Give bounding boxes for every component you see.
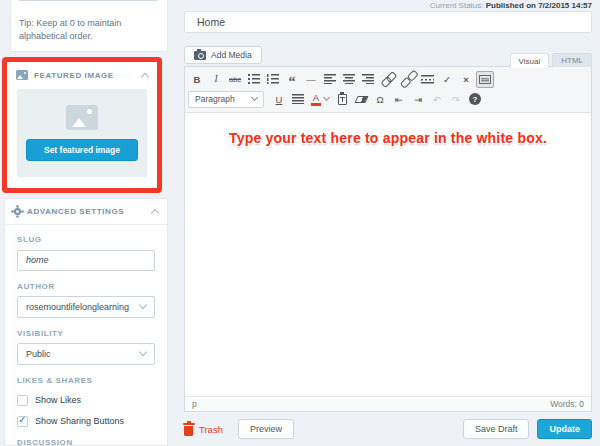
show-likes-label: Show Likes	[35, 395, 81, 405]
text-color-swatch	[311, 103, 321, 106]
image-icon	[16, 70, 28, 80]
discussion-label: DISCUSSION	[17, 438, 155, 446]
blockquote-button[interactable]: “	[283, 71, 301, 88]
chevron-up-icon[interactable]	[141, 72, 149, 80]
toolbar-row-1: B I abc “ — ✓ ×	[188, 69, 588, 89]
italic-button[interactable]: I	[207, 71, 225, 88]
align-right-button[interactable]	[359, 71, 377, 88]
author-label: AUTHOR	[17, 282, 155, 291]
advanced-settings-section-header[interactable]: ADVANCED SETTINGS	[5, 199, 167, 225]
toolbar-toggle-button[interactable]	[476, 71, 494, 88]
tab-visual[interactable]: Visual	[510, 53, 550, 68]
paragraph-format-select[interactable]: Paragraph	[188, 91, 264, 108]
fullscreen-button[interactable]: ×	[457, 71, 475, 88]
visibility-label: VISIBILITY	[17, 329, 155, 338]
action-bar: Trash Preview Save Draft Update	[184, 419, 592, 439]
annotation-highlight-box: FEATURED IMAGE Set featured image	[2, 57, 162, 193]
align-center-button[interactable]	[340, 71, 358, 88]
page-order-panel: Tip: Keep at 0 to maintain alphabetical …	[10, 0, 168, 52]
paste-as-text-icon	[338, 94, 347, 105]
page-title-input[interactable]	[184, 11, 592, 33]
redo-button[interactable]: ↷	[447, 91, 465, 108]
unlink-button[interactable]	[398, 71, 417, 88]
add-media-button[interactable]: Add Media	[184, 46, 262, 64]
horizontal-rule-button[interactable]: —	[302, 71, 320, 88]
insert-link-button[interactable]	[378, 71, 397, 88]
trash-label: Trash	[199, 424, 223, 435]
align-right-icon	[362, 74, 374, 85]
visibility-select[interactable]: Public	[17, 343, 155, 365]
outdent-button[interactable]: ⇤	[390, 91, 408, 108]
text-color-letter: A	[313, 93, 319, 103]
chevron-down-icon	[251, 94, 258, 101]
slug-input[interactable]	[17, 250, 155, 271]
more-tag-button[interactable]	[418, 71, 437, 88]
trash-button[interactable]: Trash	[184, 423, 223, 436]
add-media-label: Add Media	[211, 50, 252, 60]
page-order-input[interactable]	[18, 0, 159, 1]
editor-content-area[interactable]: Type your text here to appear in the whi…	[185, 113, 591, 396]
strikethrough-button[interactable]: abc	[226, 71, 244, 88]
show-sharing-checkbox[interactable]: ✓	[17, 416, 28, 427]
advanced-settings-panel: ADVANCED SETTINGS SLUG AUTHOR rosemountl…	[4, 198, 168, 446]
bullet-list-button[interactable]	[245, 71, 263, 88]
more-tag-icon	[421, 75, 434, 84]
text-color-button[interactable]: A	[308, 91, 332, 108]
paste-as-text-button[interactable]	[333, 91, 351, 108]
set-featured-image-button[interactable]: Set featured image	[26, 139, 138, 161]
align-left-button[interactable]	[321, 71, 339, 88]
toolbar-row-2: Paragraph U A Ω ⇤ ⇥ ↶ ↷ ?	[188, 89, 588, 109]
update-button[interactable]: Update	[537, 419, 592, 439]
undo-button[interactable]: ↶	[428, 91, 446, 108]
annotation-overlay-text: Type your text here to appear in the whi…	[185, 130, 591, 146]
kitchen-sink-icon	[479, 75, 491, 84]
visual-editor: B I abc “ — ✓ × Paragraph U	[184, 66, 592, 412]
check-icon: ✓	[18, 415, 26, 425]
bullet-list-icon	[248, 74, 260, 84]
clear-formatting-button[interactable]	[352, 91, 370, 108]
show-likes-checkbox[interactable]	[17, 395, 28, 406]
underline-button[interactable]: U	[270, 91, 288, 108]
author-select-value: rosemountlifelonglearning	[26, 302, 129, 312]
align-left-icon	[324, 74, 336, 85]
bold-button[interactable]: B	[188, 71, 206, 88]
word-count: Words: 0	[550, 399, 584, 409]
link-icon	[378, 70, 396, 88]
featured-image-title: FEATURED IMAGE	[34, 71, 114, 80]
show-sharing-label: Show Sharing Buttons	[35, 416, 124, 426]
align-justify-button[interactable]	[289, 91, 307, 108]
help-button[interactable]: ?	[466, 91, 484, 108]
trash-can-icon	[184, 426, 193, 436]
featured-image-section-header[interactable]: FEATURED IMAGE	[7, 62, 157, 88]
visibility-select-value: Public	[26, 349, 51, 359]
preview-button[interactable]: Preview	[238, 419, 294, 439]
likes-shares-label: LIKES & SHARES	[17, 376, 155, 385]
current-status-label: Current Status:	[430, 1, 484, 10]
align-center-icon	[343, 74, 355, 85]
editor-status-bar: p Words: 0	[185, 396, 591, 411]
align-justify-icon	[292, 94, 304, 105]
unlink-icon	[398, 70, 416, 88]
show-sharing-row[interactable]: ✓ Show Sharing Buttons	[17, 416, 155, 427]
gear-icon	[14, 208, 21, 215]
chevron-down-icon	[139, 348, 147, 356]
chevron-down-icon	[323, 94, 330, 101]
author-select[interactable]: rosemountlifelonglearning	[17, 296, 155, 318]
current-status-value: Published on 7/2/2015 14:57	[486, 1, 592, 10]
numbered-list-button[interactable]	[264, 71, 282, 88]
save-draft-button[interactable]: Save Draft	[463, 419, 530, 439]
numbered-list-icon	[267, 74, 279, 84]
special-character-button[interactable]: Ω	[371, 91, 389, 108]
page-order-tip: Tip: Keep at 0 to maintain alphabetical …	[19, 17, 161, 43]
spellcheck-button[interactable]: ✓	[438, 71, 456, 88]
editor-toolbar: B I abc “ — ✓ × Paragraph U	[185, 67, 591, 113]
tab-html[interactable]: HTML	[552, 53, 592, 67]
eraser-icon	[354, 96, 368, 103]
paragraph-format-value: Paragraph	[195, 94, 235, 104]
featured-image-dropzone[interactable]: Set featured image	[17, 89, 147, 177]
chevron-down-icon	[139, 301, 147, 309]
question-circle-icon: ?	[469, 93, 481, 105]
show-likes-row[interactable]: Show Likes	[17, 395, 155, 406]
chevron-up-icon[interactable]	[151, 209, 159, 217]
indent-button[interactable]: ⇥	[409, 91, 427, 108]
